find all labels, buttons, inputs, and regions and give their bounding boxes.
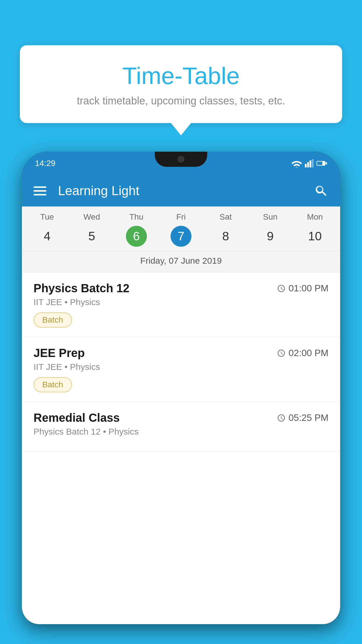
notch	[155, 152, 207, 167]
schedule-time: 02:00 PM	[277, 348, 328, 358]
tooltip-title: Time-Table	[37, 63, 325, 89]
menu-icon[interactable]	[34, 186, 46, 195]
signal-icon	[305, 159, 314, 167]
svg-rect-3	[312, 159, 314, 167]
schedule-list: Physics Batch 1201:00 PMIIT JEE • Physic…	[22, 272, 340, 624]
schedule-subtitle: Physics Batch 12 • Physics	[34, 427, 328, 437]
schedule-subtitle: IIT JEE • Physics	[34, 362, 328, 372]
calendar-strip[interactable]: Tue4Wed5Thu6Fri7Sat8Sun9Mon10 Friday, 07…	[22, 206, 340, 272]
day-number: 6	[126, 226, 147, 247]
app-title: Learning Light	[58, 183, 305, 198]
day-name: Tue	[25, 212, 69, 222]
status-time: 14:29	[35, 159, 55, 168]
day-number: 7	[171, 226, 191, 247]
phone-content: Tue4Wed5Thu6Fri7Sat8Sun9Mon10 Friday, 07…	[22, 206, 340, 624]
clock-icon	[277, 349, 286, 358]
clock-icon	[277, 284, 286, 293]
clock-icon	[277, 414, 286, 422]
schedule-item-1[interactable]: JEE Prep02:00 PMIIT JEE • PhysicsBatch	[22, 337, 340, 402]
day-number: 8	[215, 226, 236, 247]
schedule-time: 05:25 PM	[277, 412, 328, 423]
calendar-day-4[interactable]: Tue4	[25, 212, 69, 247]
day-name: Sat	[203, 212, 248, 222]
calendar-day-10[interactable]: Mon10	[293, 212, 337, 247]
day-number: 5	[81, 226, 102, 247]
day-headers: Tue4Wed5Thu6Fri7Sat8Sun9Mon10	[22, 212, 340, 247]
calendar-day-5[interactable]: Wed5	[69, 212, 114, 247]
wifi-icon	[291, 159, 302, 167]
search-button[interactable]	[314, 183, 328, 198]
search-icon	[314, 184, 328, 198]
calendar-day-7[interactable]: Fri7	[159, 212, 203, 247]
svg-rect-5	[317, 162, 322, 165]
svg-rect-1	[307, 162, 309, 167]
day-name: Fri	[159, 212, 203, 222]
batch-badge: Batch	[34, 377, 72, 392]
svg-rect-6	[326, 162, 327, 164]
batch-badge: Batch	[34, 312, 72, 328]
tooltip-card: Time-Table track timetable, upcoming cla…	[20, 45, 342, 123]
front-camera	[178, 156, 184, 162]
day-number: 10	[304, 226, 325, 247]
day-name: Wed	[69, 212, 114, 222]
selected-date-label: Friday, 07 June 2019	[22, 251, 340, 269]
svg-rect-2	[310, 160, 311, 167]
schedule-subtitle: IIT JEE • Physics	[34, 297, 328, 307]
calendar-day-6[interactable]: Thu6	[114, 212, 159, 247]
schedule-item-0[interactable]: Physics Batch 1201:00 PMIIT JEE • Physic…	[22, 272, 340, 337]
schedule-title: Physics Batch 12	[34, 282, 129, 295]
status-bar: 14:29	[22, 152, 340, 175]
schedule-time: 01:00 PM	[277, 283, 328, 294]
svg-rect-0	[305, 164, 307, 167]
schedule-title: Remedial Class	[34, 411, 120, 424]
calendar-day-8[interactable]: Sat8	[203, 212, 248, 247]
phone-frame: 14:29	[22, 152, 340, 624]
app-bar: Learning Light	[22, 175, 340, 206]
schedule-title: JEE Prep	[34, 346, 85, 360]
tooltip-subtitle: track timetable, upcoming classes, tests…	[37, 95, 325, 107]
phone-mockup: 14:29	[22, 152, 340, 644]
day-number: 9	[260, 226, 281, 247]
status-icons	[291, 159, 327, 167]
schedule-item-2[interactable]: Remedial Class05:25 PMPhysics Batch 12 •…	[22, 402, 340, 452]
day-name: Sun	[248, 212, 293, 222]
day-name: Mon	[293, 212, 337, 222]
day-number: 4	[37, 226, 58, 247]
day-name: Thu	[114, 212, 159, 222]
battery-icon	[317, 160, 327, 166]
calendar-day-9[interactable]: Sun9	[248, 212, 293, 247]
